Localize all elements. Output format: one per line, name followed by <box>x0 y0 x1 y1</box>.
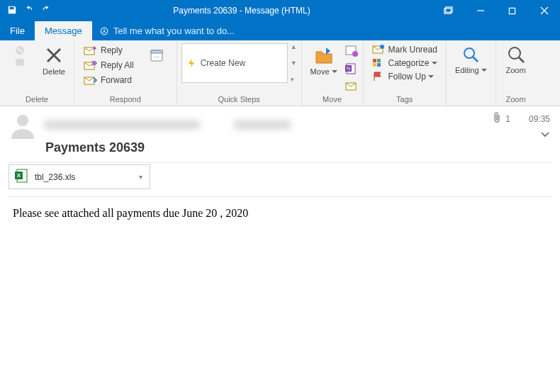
svg-rect-16 <box>151 50 162 53</box>
tab-file[interactable]: File <box>0 21 35 40</box>
group-respond-label: Respond <box>79 94 172 104</box>
svg-rect-26 <box>373 59 376 62</box>
reply-button[interactable]: Reply <box>79 43 138 57</box>
group-zoom-label: Zoom <box>500 94 532 104</box>
qat-undo-icon[interactable] <box>24 5 34 17</box>
zoom-label: Zoom <box>505 66 525 74</box>
received-time: 09:35 <box>529 114 550 124</box>
expand-header-button[interactable] <box>540 130 550 140</box>
forward-button[interactable]: Forward <box>79 73 138 87</box>
popout-icon[interactable] <box>432 0 464 21</box>
categorize-button[interactable]: Categorize <box>368 57 442 69</box>
qat-save-icon[interactable] <box>7 5 17 17</box>
delete-label: Delete <box>43 67 65 76</box>
svg-rect-28 <box>373 63 376 67</box>
qs-more-icon[interactable]: ▾ <box>291 76 297 83</box>
attachment-indicator-icon <box>493 112 501 125</box>
rules-icon[interactable] <box>345 45 359 60</box>
attachment-chip[interactable]: X tbl_236.xls ▾ <box>9 164 150 189</box>
sender-line <box>44 118 551 131</box>
qs-up-icon[interactable]: ▲ <box>291 43 297 50</box>
zoom-button[interactable]: Zoom <box>500 43 532 76</box>
categorize-label: Categorize <box>388 58 437 68</box>
move-label: Move <box>310 67 337 76</box>
group-move-label: Move <box>306 94 359 104</box>
quick-step-create-new[interactable]: Create New <box>181 43 288 83</box>
actions-icon[interactable] <box>345 80 359 94</box>
excel-file-icon: X <box>13 168 29 186</box>
mail-body-text: Please see attached all payments due Jun… <box>0 197 560 230</box>
svg-line-33 <box>519 57 524 62</box>
svg-point-30 <box>464 48 474 58</box>
svg-rect-29 <box>377 63 381 67</box>
tell-me-search[interactable]: Tell me what you want to do... <box>92 21 242 40</box>
group-quicksteps-label: Quick Steps <box>181 94 297 104</box>
qs-down-icon[interactable]: ▼ <box>291 60 297 67</box>
mark-unread-button[interactable]: Mark Unread <box>368 43 442 56</box>
svg-text:⋯: ⋯ <box>154 54 159 60</box>
mark-unread-label: Mark Unread <box>388 45 437 55</box>
group-tags-label: Tags <box>368 94 442 104</box>
quick-step-label: Create New <box>201 58 245 68</box>
reply-all-label: Reply All <box>101 60 134 70</box>
svg-point-34 <box>17 115 28 126</box>
minimize-button[interactable] <box>464 0 496 21</box>
editing-button[interactable]: Editing <box>451 43 491 76</box>
attachment-dropdown-icon[interactable]: ▾ <box>139 173 142 181</box>
svg-rect-27 <box>377 59 381 62</box>
svg-rect-3 <box>509 8 515 13</box>
follow-up-label: Follow Up <box>388 72 434 82</box>
sender-avatar <box>9 111 37 139</box>
move-button[interactable]: Move <box>306 43 342 77</box>
tab-message[interactable]: Message <box>35 21 92 40</box>
meeting-more-button[interactable]: ⋯ <box>141 43 172 65</box>
group-delete-label: Delete <box>4 94 69 104</box>
mail-subject: Payments 20639 <box>9 139 551 159</box>
maximize-button[interactable] <box>496 0 528 21</box>
qat-redo-icon[interactable] <box>41 5 51 17</box>
svg-text:X: X <box>17 172 21 179</box>
onenote-icon[interactable]: N <box>345 62 359 77</box>
reply-label: Reply <box>101 45 123 55</box>
editing-label: Editing <box>455 66 487 74</box>
ignore-junk-button[interactable] <box>4 43 35 70</box>
delete-button[interactable]: Delete <box>38 43 69 77</box>
svg-rect-9 <box>16 59 24 66</box>
reply-all-button[interactable]: Reply All <box>79 58 138 72</box>
svg-point-25 <box>380 45 384 49</box>
forward-label: Forward <box>101 75 132 85</box>
attachment-count: 1 <box>505 114 510 124</box>
svg-point-19 <box>352 51 358 57</box>
close-button[interactable] <box>528 0 560 21</box>
follow-up-button[interactable]: Follow Up <box>368 70 442 83</box>
svg-text:N: N <box>346 66 349 71</box>
tell-me-label: Tell me what you want to do... <box>113 26 235 36</box>
window-title: Payments 20639 - Message (HTML) <box>51 6 432 16</box>
svg-point-32 <box>509 47 520 59</box>
attachment-filename: tbl_236.xls <box>35 172 75 182</box>
svg-line-31 <box>473 57 478 62</box>
